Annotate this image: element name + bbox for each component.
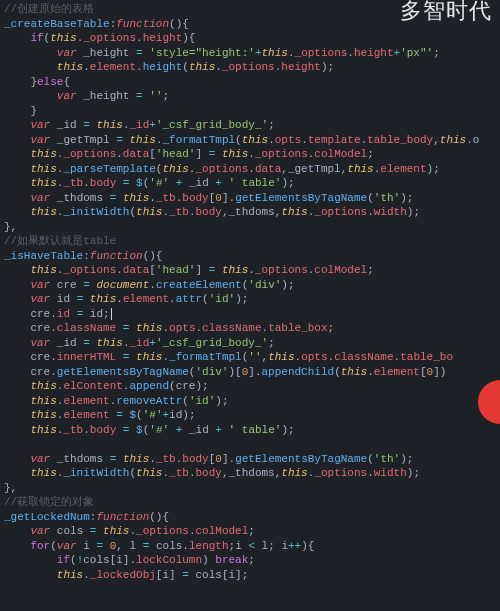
code-line[interactable]: this._options.data['head'] = this._optio… — [4, 147, 500, 162]
code-line[interactable]: }, — [4, 220, 500, 235]
code-line[interactable]: var cre = document.createElement('div'); — [4, 278, 500, 293]
code-line[interactable]: cre.className = this.opts.className.tabl… — [4, 321, 500, 336]
code-line[interactable]: this.elContent.append(cre); — [4, 379, 500, 394]
code-line[interactable]: _isHaveTable:function(){ — [4, 249, 500, 264]
code-line[interactable]: //如果默认就是table — [4, 234, 500, 249]
code-line[interactable]: for(var i = 0, l = cols.length;i < l; i+… — [4, 539, 500, 554]
code-line[interactable]: var _id = this._id+'_csf_grid_body_'; — [4, 118, 500, 133]
code-line[interactable]: var _getTmpl = this._formatTmpl(this.opt… — [4, 133, 500, 148]
code-line[interactable]: //创建原始的表格 — [4, 2, 500, 17]
code-line[interactable]: var _thdoms = this._tb.body[0].getElemen… — [4, 191, 500, 206]
code-line[interactable]: }else{ — [4, 75, 500, 90]
code-line[interactable]: cre.id = id; — [4, 307, 500, 322]
code-line[interactable]: this.element.height(this._options.height… — [4, 60, 500, 75]
code-line[interactable]: var _height = 'style="height:'+this._opt… — [4, 46, 500, 61]
code-line[interactable]: if(this._options.height){ — [4, 31, 500, 46]
code-line[interactable]: //获取锁定的对象 — [4, 495, 500, 510]
code-line[interactable]: cre.innerHTML = this._formatTmpl('',this… — [4, 350, 500, 365]
code-line[interactable] — [4, 437, 500, 452]
code-line[interactable]: this._initWidth(this._tb.body,_thdoms,th… — [4, 205, 500, 220]
code-line[interactable]: _createBaseTable:function(){ — [4, 17, 500, 32]
code-line[interactable]: var cols = this._options.colModel; — [4, 524, 500, 539]
code-line[interactable]: cre.getElementsByTagName('div')[0].appen… — [4, 365, 500, 380]
code-line[interactable]: } — [4, 104, 500, 119]
code-line[interactable]: if(!cols[i].lockColumn) break; — [4, 553, 500, 568]
code-line[interactable]: var _height = ''; — [4, 89, 500, 104]
code-line[interactable]: var _id = this._id+'_csf_grid_body_'; — [4, 336, 500, 351]
code-editor[interactable]: //创建原始的表格_createBaseTable:function(){ if… — [0, 0, 500, 582]
code-line[interactable]: this.element = $('#'+id); — [4, 408, 500, 423]
code-line[interactable]: this.element.removeAttr('id'); — [4, 394, 500, 409]
code-line[interactable]: }, — [4, 481, 500, 496]
code-line[interactable]: var id = this.element.attr('id'); — [4, 292, 500, 307]
code-line[interactable]: this._options.data['head'] = this._optio… — [4, 263, 500, 278]
code-line[interactable]: this._initWidth(this._tb.body,_thdoms,th… — [4, 466, 500, 481]
code-line[interactable]: this._tb.body = $('#' + _id + ' table'); — [4, 423, 500, 438]
code-line[interactable]: this._lockedObj[i] = cols[i]; — [4, 568, 500, 583]
code-line[interactable]: var _thdoms = this._tb.body[0].getElemen… — [4, 452, 500, 467]
code-line[interactable]: this._parseTemplate(this._options.data,_… — [4, 162, 500, 177]
code-line[interactable]: _getLockedNum:function(){ — [4, 510, 500, 525]
code-line[interactable]: this._tb.body = $('#' + _id + ' table'); — [4, 176, 500, 191]
